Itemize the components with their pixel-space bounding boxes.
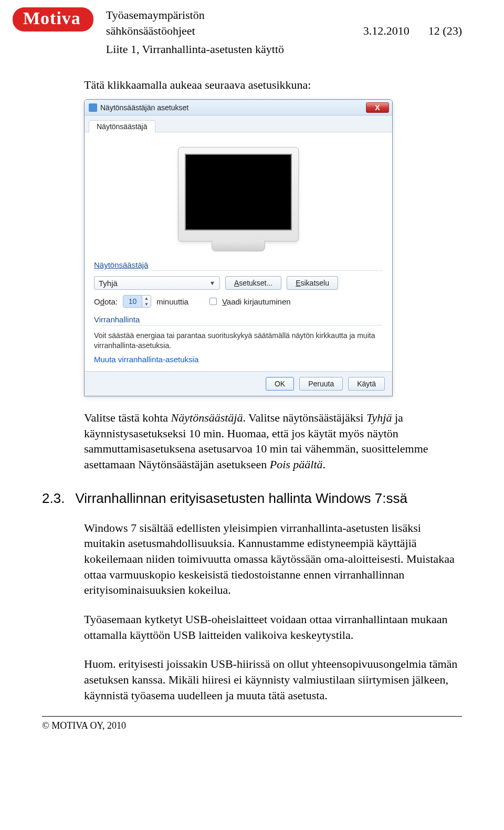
section-number: 2.3. <box>42 490 65 507</box>
change-power-settings-link[interactable]: Muuta virranhallinta-asetuksia <box>94 355 198 364</box>
doc-date: 3.12.2010 <box>363 23 410 39</box>
wait-spinner[interactable]: 10 ▲▼ <box>123 295 151 308</box>
doc-title-line2: sähkönsäästöohjeet <box>106 23 195 39</box>
section-heading: 2.3. Virranhallinnan erityisasetusten ha… <box>42 490 462 507</box>
preview-button[interactable]: Esikatselu <box>287 276 338 290</box>
screensaver-group: Näytönsäästäjä Tyhjä ▼ Asetukset... Esik… <box>94 260 383 308</box>
logo: Motiva <box>13 7 93 31</box>
cancel-button[interactable]: Peruuta <box>299 377 343 391</box>
footer-copyright: © MOTIVA OY, 2010 <box>42 720 126 731</box>
intro-text: Tätä klikkaamalla aukeaa seuraava asetus… <box>84 78 462 92</box>
close-button[interactable]: X <box>366 102 389 113</box>
dialog-titlebar[interactable]: Näytönsäästäjän asetukset X <box>85 100 392 115</box>
doc-subtitle: Liite 1, Virranhallinta-asetusten käyttö <box>106 41 462 57</box>
power-description: Voit säästää energiaa tai parantaa suori… <box>94 331 383 351</box>
doc-title-line1: Työasemaympäristön <box>106 7 205 23</box>
doc-page-number: 12 (23) <box>428 23 462 39</box>
wait-value: 10 <box>123 296 142 307</box>
tab-screensaver[interactable]: Näytönsäästäjä <box>89 120 155 132</box>
dropdown-value: Tyhjä <box>99 279 118 288</box>
paragraph-2: Windows 7 sisältää edellisten yleisimpie… <box>84 520 462 598</box>
tab-strip: Näytönsäästäjä <box>85 115 392 132</box>
spin-up-icon[interactable]: ▲ <box>142 296 151 301</box>
dialog-title: Näytönsäästäjän asetukset <box>100 103 188 112</box>
window-icon <box>89 103 97 112</box>
paragraph-3: Työasemaan kytketyt USB-oheislaitteet vo… <box>84 612 462 643</box>
section-title: Virranhallinnan erityisasetusten hallint… <box>75 490 407 507</box>
screensaver-group-title: Näytönsäästäjä <box>94 260 383 271</box>
paragraph-1: Valitse tästä kohta Näytönsäästäjä. Vali… <box>84 410 462 472</box>
footer-divider <box>42 716 462 717</box>
power-group-title: Virranhallinta <box>94 315 383 325</box>
page-header: Motiva Työasemaympäristön sähkönsäästöoh… <box>0 0 504 57</box>
require-login-label: Vaadi kirjautuminen <box>222 297 291 306</box>
preview-area <box>94 142 383 253</box>
monitor-icon <box>178 147 299 241</box>
power-management-group: Virranhallinta Voit säästää energiaa tai… <box>94 315 383 364</box>
require-login-checkbox[interactable] <box>209 298 217 305</box>
paragraph-4: Huom. erityisesti joissakin USB-hiirissä… <box>84 656 462 703</box>
spin-down-icon[interactable]: ▼ <box>142 301 151 307</box>
apply-button[interactable]: Käytä <box>348 377 385 391</box>
wait-label: Odota: <box>94 297 118 306</box>
preview-screen <box>185 154 292 230</box>
chevron-down-icon: ▼ <box>209 280 215 286</box>
wait-unit: minuuttia <box>156 297 188 306</box>
close-icon: X <box>375 103 380 112</box>
header-text-block: Työasemaympäristön sähkönsäästöohjeet 3.… <box>106 7 462 57</box>
settings-button[interactable]: Asetukset... <box>225 276 281 290</box>
screensaver-settings-dialog: Näytönsäästäjän asetukset X Näytönsäästä… <box>84 99 393 396</box>
ok-button[interactable]: OK <box>266 377 294 391</box>
dialog-footer: OK Peruuta Käytä <box>85 371 392 396</box>
screensaver-dropdown[interactable]: Tyhjä ▼ <box>94 276 220 290</box>
